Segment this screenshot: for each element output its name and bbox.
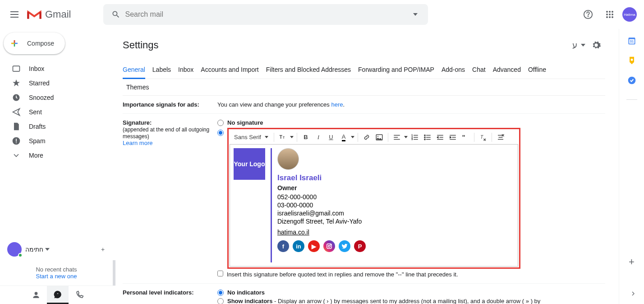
- no-indicators-radio[interactable]: [217, 290, 224, 296]
- svg-text:T: T: [283, 136, 285, 139]
- signature-phone1: 052-000-0000: [277, 193, 514, 201]
- search-icon[interactable]: [107, 5, 125, 23]
- signature-logo-placeholder: Your Logo: [234, 148, 265, 180]
- chevron-right-icon: [630, 290, 637, 297]
- sidebar-item-inbox[interactable]: Inbox: [0, 61, 115, 76]
- tab-labels[interactable]: Labels: [152, 61, 171, 79]
- image-button[interactable]: [373, 131, 385, 143]
- italic-button[interactable]: I: [313, 131, 324, 143]
- tab-advanced[interactable]: Advanced: [493, 61, 521, 79]
- no-signature-radio[interactable]: [217, 120, 224, 126]
- header-right: Hatima: [579, 5, 640, 23]
- compose-button[interactable]: Compose: [4, 33, 65, 54]
- bulleted-list-button[interactable]: [422, 131, 433, 143]
- svg-text:": ": [462, 133, 465, 141]
- get-addons-button[interactable]: +: [629, 256, 635, 268]
- sidebar-item-label: Spam: [29, 137, 46, 145]
- search-input[interactable]: [125, 10, 406, 19]
- font-size-dropdown[interactable]: [290, 136, 294, 138]
- hangouts-chat-tab[interactable]: ": [47, 286, 69, 304]
- youtube-icon[interactable]: ▶: [308, 240, 320, 252]
- font-family-select[interactable]: Sans Serif: [231, 134, 271, 140]
- sidebar-item-starred[interactable]: Starred: [0, 76, 115, 90]
- new-chat-button[interactable]: +: [97, 244, 108, 255]
- tab-themes[interactable]: Themes: [123, 79, 149, 95]
- caret-down-icon[interactable]: [581, 44, 585, 47]
- sidebar-item-more[interactable]: More: [0, 148, 115, 163]
- svg-point-26: [424, 136, 425, 137]
- apps-button[interactable]: [601, 5, 619, 23]
- support-button[interactable]: [579, 5, 597, 23]
- signature-portrait: [277, 148, 299, 170]
- instagram-icon[interactable]: [323, 240, 335, 252]
- tab-offline[interactable]: Offline: [528, 61, 546, 79]
- align-button[interactable]: [391, 131, 403, 143]
- no-recent-chats-text: No recent chats: [36, 266, 77, 273]
- text-color-button[interactable]: A: [338, 131, 350, 143]
- learn-more-link[interactable]: Learn more: [123, 140, 152, 146]
- text-color-dropdown[interactable]: [350, 136, 355, 138]
- importance-here-link[interactable]: here: [331, 101, 343, 108]
- remove-format-button[interactable]: T: [477, 131, 489, 143]
- tab-forwarding[interactable]: Forwarding and POP/IMAP: [358, 61, 434, 79]
- caret-down-icon[interactable]: [45, 248, 50, 251]
- settings-gear-button[interactable]: [587, 36, 605, 54]
- sidebar-item-label: Inbox: [29, 65, 44, 72]
- quote-button[interactable]: ": [460, 131, 471, 143]
- person-icon: [32, 290, 41, 299]
- start-new-chat-link[interactable]: Start a new one: [36, 273, 77, 280]
- clear-format-button[interactable]: [495, 131, 506, 143]
- hangouts-phone-tab[interactable]: [69, 286, 90, 304]
- pinterest-icon[interactable]: P: [354, 240, 366, 252]
- indent-more-button[interactable]: [447, 131, 459, 143]
- collapse-panel-button[interactable]: [630, 290, 637, 299]
- main-menu-button[interactable]: [4, 4, 25, 25]
- bold-icon: B: [304, 134, 308, 140]
- signature-url[interactable]: hatima.co.il: [277, 229, 309, 236]
- sidebar-item-sent[interactable]: Sent: [0, 105, 115, 119]
- font-size-button[interactable]: TT: [277, 131, 289, 143]
- bold-button[interactable]: B: [300, 131, 312, 143]
- keep-button[interactable]: [627, 56, 636, 65]
- tab-inbox[interactable]: Inbox: [178, 61, 193, 79]
- tab-addons[interactable]: Add-ons: [442, 61, 465, 79]
- align-dropdown[interactable]: [404, 136, 408, 138]
- caret-down-icon: [265, 136, 268, 138]
- underline-button[interactable]: U: [325, 131, 337, 143]
- sidebar-item-drafts[interactable]: Drafts: [0, 119, 115, 134]
- sidebar-item-label: Drafts: [29, 123, 46, 130]
- hangouts-contacts-tab[interactable]: [25, 286, 47, 304]
- tab-general[interactable]: General: [123, 61, 145, 79]
- inbox-icon: [12, 64, 21, 73]
- insert-signature-checkbox[interactable]: [217, 271, 223, 276]
- account-avatar[interactable]: Hatima: [622, 7, 637, 22]
- sidebar-item-snoozed[interactable]: Snoozed: [0, 90, 115, 105]
- signature-radio[interactable]: [217, 130, 224, 136]
- signature-email: israelisraeli@gmail.com: [277, 210, 514, 217]
- indent-less-button[interactable]: [434, 131, 446, 143]
- link-button[interactable]: [361, 131, 373, 143]
- gmail-logo[interactable]: Gmail: [27, 9, 71, 20]
- linkedin-icon[interactable]: in: [293, 240, 304, 252]
- sidebar-item-spam[interactable]: Spam: [0, 134, 115, 148]
- numbered-list-button[interactable]: 123: [409, 131, 421, 143]
- svg-text:": ": [57, 292, 59, 296]
- input-tools-button[interactable]: ע: [570, 38, 579, 52]
- tasks-button[interactable]: [627, 76, 636, 85]
- search-options-dropdown[interactable]: [406, 5, 424, 23]
- tab-filters[interactable]: Filters and Blocked Addresses: [266, 61, 351, 79]
- facebook-icon[interactable]: f: [277, 240, 289, 252]
- gmail-m-icon: [27, 9, 41, 20]
- hangouts-avatar[interactable]: [7, 242, 22, 257]
- twitter-icon[interactable]: [339, 240, 350, 252]
- tab-accounts[interactable]: Accounts and Import: [201, 61, 258, 79]
- calendar-button[interactable]: 31: [627, 36, 636, 45]
- importance-label: Importance signals for ads:: [123, 101, 217, 108]
- search-box[interactable]: [103, 4, 428, 25]
- tab-chat[interactable]: Chat: [472, 61, 486, 79]
- italic-icon: I: [317, 134, 319, 141]
- svg-point-25: [424, 135, 425, 136]
- signature-address: Dizengoff Street, Tel Aviv-Yafo: [277, 218, 514, 225]
- signature-editor-content[interactable]: Your Logo Israel Israeli Owner 052-000-0…: [230, 145, 518, 267]
- show-indicators-radio[interactable]: [217, 298, 224, 304]
